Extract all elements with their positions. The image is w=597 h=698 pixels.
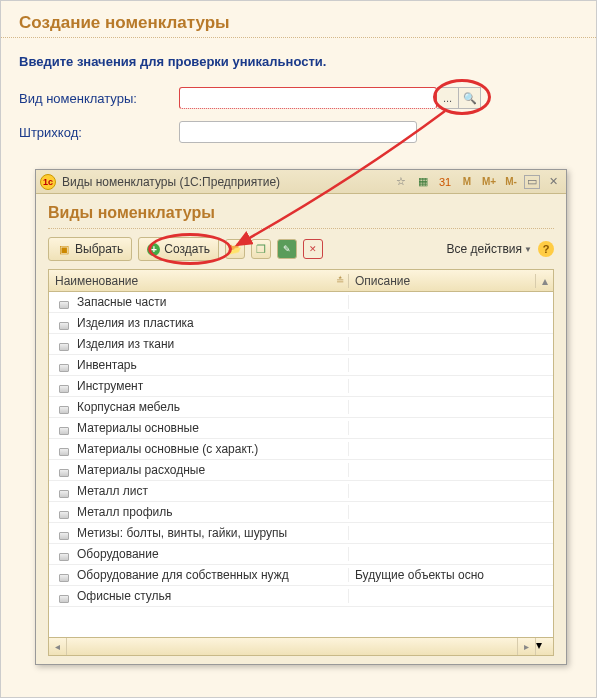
create-button-label: Создать [164, 242, 210, 256]
dialog-toolbar: ▣ Выбрать + Создать 📂 ❐ ✎ ✕ Все действия… [48, 237, 554, 261]
star-icon[interactable]: ☆ [392, 173, 410, 191]
cell-name: Инвентарь [49, 358, 349, 372]
item-icon [59, 490, 69, 498]
table-row[interactable]: Инвентарь [49, 355, 553, 376]
item-icon [59, 595, 69, 603]
item-icon [59, 448, 69, 456]
dialog-window-title: Виды номенклатуры (1С:Предприятие) [62, 175, 392, 189]
select-button[interactable]: ▣ Выбрать [48, 237, 132, 261]
table-row[interactable]: Инструмент [49, 376, 553, 397]
cursor-icon: ▣ [57, 242, 71, 256]
cell-name: Оборудование для собственных нужд [49, 568, 349, 582]
type-ellipsis-button[interactable]: ... [437, 87, 459, 109]
column-header-name[interactable]: Наименование ≛ [49, 274, 349, 288]
column-header-desc[interactable]: Описание [349, 274, 535, 288]
table-footer: ◂ ▸ ▾ [49, 637, 553, 655]
page-title: Создание номенклатуры [1, 1, 596, 38]
cell-name: Корпусная мебель [49, 400, 349, 414]
form-row-type: Вид номенклатуры: ... 🔍 [1, 83, 596, 113]
copy-button[interactable]: ❐ [251, 239, 271, 259]
cell-name: Изделия из ткани [49, 337, 349, 351]
table-row[interactable]: Запасные части [49, 292, 553, 313]
item-icon [59, 427, 69, 435]
item-icon [59, 364, 69, 372]
help-button[interactable]: ? [538, 241, 554, 257]
magnifier-icon: 🔍 [463, 92, 477, 105]
table-body: Запасные частиИзделия из пластикаИзделия… [49, 292, 553, 637]
calculator-icon[interactable]: ▦ [414, 173, 432, 191]
cell-name: Метизы: болты, винты, гайки, шурупы [49, 526, 349, 540]
table-row[interactable]: Металл профиль [49, 502, 553, 523]
table-row[interactable]: Материалы основные [49, 418, 553, 439]
close-button[interactable]: ✕ [544, 173, 562, 191]
all-actions-label: Все действия [447, 242, 522, 256]
item-icon [59, 532, 69, 540]
cell-name: Запасные части [49, 295, 349, 309]
type-label: Вид номенклатуры: [19, 91, 179, 106]
app-icon: 1c [40, 174, 56, 190]
cell-name: Материалы основные (с характ.) [49, 442, 349, 456]
table-row[interactable]: Материалы расходные [49, 460, 553, 481]
cell-desc: Будущие объекты осно [349, 568, 553, 582]
cell-name: Инструмент [49, 379, 349, 393]
item-icon [59, 385, 69, 393]
scroll-track[interactable] [67, 638, 517, 655]
cell-name: Металл профиль [49, 505, 349, 519]
instruction-text: Введите значения для проверки уникальнос… [1, 48, 596, 83]
table-row[interactable]: Металл лист [49, 481, 553, 502]
item-icon [59, 301, 69, 309]
item-icon [59, 469, 69, 477]
table-row[interactable]: Офисные стулья [49, 586, 553, 607]
barcode-input[interactable] [179, 121, 417, 143]
dialog-titlebar[interactable]: 1c Виды номенклатуры (1С:Предприятие) ☆ … [36, 170, 566, 194]
table-row[interactable]: Корпусная мебель [49, 397, 553, 418]
maximize-button[interactable]: ▭ [524, 175, 540, 189]
item-icon [59, 322, 69, 330]
item-icon [59, 511, 69, 519]
item-icon [59, 553, 69, 561]
item-icon [59, 406, 69, 414]
item-icon [59, 343, 69, 351]
dialog-heading: Виды номенклатуры [48, 204, 554, 229]
table-row[interactable]: Метизы: болты, винты, гайки, шурупы [49, 523, 553, 544]
memory-m-button[interactable]: M [458, 173, 476, 191]
table-row[interactable]: Оборудование [49, 544, 553, 565]
cell-name: Оборудование [49, 547, 349, 561]
memory-mplus-button[interactable]: M+ [480, 173, 498, 191]
create-button[interactable]: + Создать [138, 237, 219, 261]
cell-name: Материалы расходные [49, 463, 349, 477]
select-button-label: Выбрать [75, 242, 123, 256]
delete-button[interactable]: ✕ [303, 239, 323, 259]
cell-name: Металл лист [49, 484, 349, 498]
table-header: Наименование ≛ Описание ▴ [49, 270, 553, 292]
memory-mminus-button[interactable]: M- [502, 173, 520, 191]
all-actions-dropdown[interactable]: Все действия ▼ [447, 242, 532, 256]
sort-icon: ≛ [336, 275, 344, 286]
column-name-label: Наименование [55, 274, 138, 288]
cell-name: Изделия из пластика [49, 316, 349, 330]
new-folder-button[interactable]: 📂 [225, 239, 245, 259]
scroll-up-button[interactable]: ▴ [535, 274, 553, 288]
cell-name: Офисные стулья [49, 589, 349, 603]
item-icon [59, 574, 69, 582]
type-search-button[interactable]: 🔍 [459, 87, 481, 109]
table-row[interactable]: Изделия из пластика [49, 313, 553, 334]
scroll-left-button[interactable]: ◂ [49, 638, 67, 655]
types-table: Наименование ≛ Описание ▴ Запасные части… [48, 269, 554, 656]
table-row[interactable]: Оборудование для собственных нуждБудущие… [49, 565, 553, 586]
cell-name: Материалы основные [49, 421, 349, 435]
chevron-down-icon: ▼ [524, 245, 532, 254]
calendar-icon[interactable]: 31 [436, 173, 454, 191]
plus-icon: + [147, 243, 160, 256]
scroll-down-button[interactable]: ▾ [535, 638, 553, 655]
scroll-right-button[interactable]: ▸ [517, 638, 535, 655]
table-row[interactable]: Материалы основные (с характ.) [49, 439, 553, 460]
form-row-barcode: Штрихкод: [1, 117, 596, 147]
table-row[interactable]: Изделия из ткани [49, 334, 553, 355]
types-dialog: 1c Виды номенклатуры (1С:Предприятие) ☆ … [35, 169, 567, 665]
barcode-label: Штрихкод: [19, 125, 179, 140]
edit-button[interactable]: ✎ [277, 239, 297, 259]
type-input[interactable] [179, 87, 437, 109]
